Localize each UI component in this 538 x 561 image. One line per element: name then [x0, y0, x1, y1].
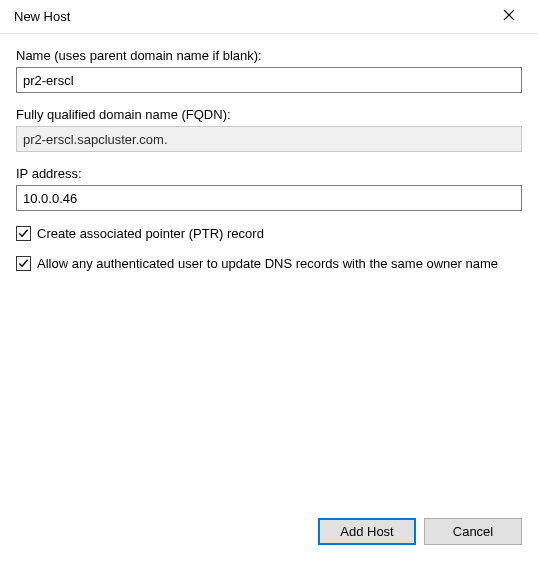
close-icon	[503, 9, 515, 24]
name-input[interactable]	[16, 67, 522, 93]
checkmark-icon	[18, 258, 29, 269]
add-host-button[interactable]: Add Host	[318, 518, 416, 545]
dialog-content: Name (uses parent domain name if blank):…	[0, 34, 538, 272]
ip-label: IP address:	[16, 166, 522, 181]
fqdn-field-group: Fully qualified domain name (FQDN): pr2-…	[16, 107, 522, 152]
close-button[interactable]	[488, 2, 530, 32]
allow-update-checkbox-label: Allow any authenticated user to update D…	[37, 255, 522, 273]
name-label: Name (uses parent domain name if blank):	[16, 48, 522, 63]
ptr-checkbox[interactable]	[16, 226, 31, 241]
cancel-button[interactable]: Cancel	[424, 518, 522, 545]
window-title: New Host	[14, 9, 70, 24]
button-bar: Add Host Cancel	[318, 518, 522, 545]
ptr-checkbox-row[interactable]: Create associated pointer (PTR) record	[16, 225, 522, 243]
fqdn-display: pr2-erscl.sapcluster.com.	[16, 126, 522, 152]
ip-field-group: IP address:	[16, 166, 522, 211]
fqdn-label: Fully qualified domain name (FQDN):	[16, 107, 522, 122]
ip-input[interactable]	[16, 185, 522, 211]
name-field-group: Name (uses parent domain name if blank):	[16, 48, 522, 93]
allow-update-checkbox[interactable]	[16, 256, 31, 271]
allow-update-checkbox-row[interactable]: Allow any authenticated user to update D…	[16, 255, 522, 273]
titlebar: New Host	[0, 0, 538, 34]
ptr-checkbox-label: Create associated pointer (PTR) record	[37, 225, 522, 243]
checkmark-icon	[18, 228, 29, 239]
